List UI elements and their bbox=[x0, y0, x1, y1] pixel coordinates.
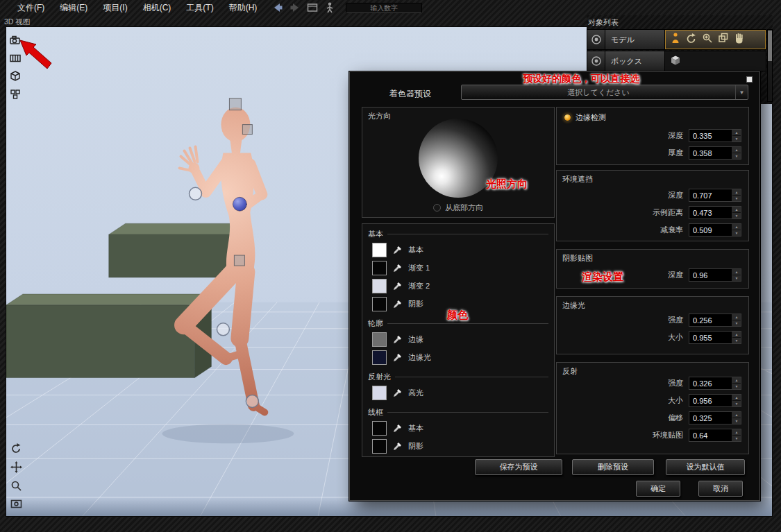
shadow-depth-input[interactable]: 0.96▲▼ bbox=[689, 268, 741, 282]
orbit-view-icon[interactable] bbox=[8, 440, 24, 456]
eyedropper-icon[interactable] bbox=[392, 352, 403, 363]
menu-help[interactable]: 帮助(H) bbox=[221, 0, 265, 15]
eyedropper-icon[interactable] bbox=[392, 245, 403, 255]
edge-detect-toggle[interactable]: 边缘检测 bbox=[564, 112, 606, 123]
light-direction-sphere[interactable] bbox=[419, 119, 498, 198]
menu-project[interactable]: 项目(I) bbox=[95, 0, 135, 15]
spin-up[interactable]: ▲ bbox=[732, 395, 741, 401]
color-row: 渐变 2 bbox=[372, 279, 554, 293]
spin-down[interactable]: ▼ bbox=[732, 320, 741, 326]
figure-icon[interactable] bbox=[324, 1, 336, 14]
spin-down[interactable]: ▼ bbox=[732, 384, 741, 389]
camera-tool-icon[interactable] bbox=[8, 33, 23, 48]
spin-down[interactable]: ▼ bbox=[732, 136, 741, 141]
spin-down[interactable]: ▼ bbox=[732, 401, 741, 406]
delete-preset-button[interactable]: 删除预设 bbox=[572, 459, 654, 475]
thickness-input[interactable]: 0.358▲▼ bbox=[689, 146, 741, 160]
spin-down[interactable]: ▼ bbox=[732, 153, 741, 159]
ao-sample-distance-input[interactable]: 0.473▲▼ bbox=[689, 206, 741, 219]
duplicate-icon[interactable] bbox=[717, 32, 730, 47]
spin-down[interactable]: ▼ bbox=[732, 213, 741, 218]
color-swatch[interactable] bbox=[372, 243, 387, 257]
color-group-title: 线框 bbox=[368, 407, 383, 418]
object-list-scrollbar[interactable] bbox=[767, 29, 773, 102]
forward-arrow-icon[interactable] bbox=[289, 1, 301, 14]
ok-button[interactable]: 确定 bbox=[636, 481, 680, 497]
spin-up[interactable]: ▲ bbox=[732, 377, 741, 384]
ao-falloff-input[interactable]: 0.509▲▼ bbox=[689, 223, 741, 237]
menu-edit[interactable]: 编辑(E) bbox=[52, 0, 95, 15]
eyedropper-icon[interactable] bbox=[392, 334, 403, 345]
dialog-close-button[interactable] bbox=[746, 76, 753, 83]
zoom-view-icon[interactable] bbox=[8, 478, 24, 493]
eyedropper-icon[interactable] bbox=[392, 263, 403, 273]
refl-strength-input[interactable]: 0.326▲▼ bbox=[689, 377, 741, 390]
rotate-object-icon[interactable] bbox=[685, 32, 698, 47]
cancel-button[interactable]: 取消 bbox=[698, 481, 743, 497]
depth-input[interactable]: 0.335▲▼ bbox=[689, 129, 741, 142]
refl-size-input[interactable]: 0.956▲▼ bbox=[689, 394, 741, 407]
eyedropper-icon[interactable] bbox=[392, 388, 403, 398]
spin-down[interactable]: ▼ bbox=[732, 230, 741, 236]
pose-person-icon[interactable] bbox=[669, 32, 682, 47]
object-row-model[interactable]: モデル bbox=[587, 29, 766, 50]
spin-down[interactable]: ▼ bbox=[732, 196, 741, 201]
eyedropper-icon[interactable] bbox=[392, 281, 403, 291]
spin-up[interactable]: ▲ bbox=[732, 332, 741, 338]
eyedropper-icon[interactable] bbox=[392, 441, 403, 452]
spin-up[interactable]: ▲ bbox=[732, 130, 741, 136]
spin-up[interactable]: ▲ bbox=[732, 429, 741, 436]
screenshot-icon[interactable] bbox=[8, 496, 24, 511]
color-swatch[interactable] bbox=[372, 279, 387, 293]
color-swatch[interactable] bbox=[372, 332, 387, 347]
spin-down[interactable]: ▼ bbox=[732, 418, 741, 424]
object-label[interactable]: ボックス bbox=[605, 51, 665, 71]
menu-file[interactable]: 文件(F) bbox=[10, 0, 52, 15]
color-swatch[interactable] bbox=[372, 350, 387, 365]
eyedropper-icon[interactable] bbox=[392, 299, 403, 309]
color-swatch[interactable] bbox=[372, 297, 387, 311]
spin-up[interactable]: ▲ bbox=[732, 147, 741, 153]
blocks-tool-icon[interactable] bbox=[8, 87, 23, 102]
model-toolbar bbox=[665, 30, 766, 49]
window-icon[interactable] bbox=[306, 1, 319, 14]
save-preset-button[interactable]: 保存为预设 bbox=[475, 459, 562, 475]
zoom-object-icon[interactable] bbox=[701, 32, 714, 47]
spin-down[interactable]: ▼ bbox=[732, 436, 741, 441]
refl-offset-input[interactable]: 0.325▲▼ bbox=[689, 411, 741, 424]
menu-camera[interactable]: 相机(C) bbox=[135, 0, 179, 15]
hand-icon[interactable] bbox=[733, 32, 746, 47]
reflection-panel: 反射 强度 0.326▲▼ 大小 0.956▲▼ 偏移 0.325▲▼ 环境贴图… bbox=[556, 362, 749, 454]
menu-tools[interactable]: 工具(T) bbox=[178, 0, 221, 15]
number-input[interactable] bbox=[346, 3, 422, 13]
object-row-box[interactable]: ボックス bbox=[587, 51, 766, 71]
film-tool-icon[interactable] bbox=[8, 51, 23, 66]
ao-depth-input[interactable]: 0.707▲▼ bbox=[689, 189, 741, 202]
color-row: 阴影 bbox=[372, 297, 554, 311]
spin-up[interactable]: ▲ bbox=[732, 314, 741, 320]
spin-down[interactable]: ▼ bbox=[732, 338, 741, 343]
object-label[interactable]: モデル bbox=[605, 30, 665, 49]
chest-gizmo-sphere[interactable] bbox=[233, 197, 246, 211]
color-swatch[interactable] bbox=[372, 421, 387, 436]
refl-envmap-input[interactable]: 0.64▲▼ bbox=[689, 429, 741, 442]
spin-up[interactable]: ▲ bbox=[732, 269, 741, 275]
color-swatch[interactable] bbox=[372, 261, 387, 275]
rim-strength-input[interactable]: 0.256▲▼ bbox=[689, 314, 741, 327]
box-cube-icon[interactable] bbox=[669, 53, 682, 69]
preset-dropdown[interactable]: 選択してください ▼ bbox=[461, 85, 748, 100]
eyedropper-icon[interactable] bbox=[392, 423, 403, 434]
color-swatch[interactable] bbox=[372, 386, 387, 400]
spin-up[interactable]: ▲ bbox=[732, 412, 741, 418]
rim-size-input[interactable]: 0.955▲▼ bbox=[689, 331, 741, 344]
back-arrow-icon[interactable] bbox=[271, 1, 284, 14]
spin-up[interactable]: ▲ bbox=[732, 189, 741, 196]
set-default-button[interactable]: 设为默认值 bbox=[666, 459, 745, 475]
cube-tool-icon[interactable] bbox=[8, 69, 23, 84]
from-bottom-toggle[interactable]: 从底部方向 bbox=[362, 203, 554, 213]
spin-up[interactable]: ▲ bbox=[732, 224, 741, 230]
spin-down[interactable]: ▼ bbox=[732, 275, 741, 281]
pan-view-icon[interactable] bbox=[8, 459, 24, 474]
spin-up[interactable]: ▲ bbox=[732, 207, 741, 213]
color-swatch[interactable] bbox=[372, 439, 387, 454]
